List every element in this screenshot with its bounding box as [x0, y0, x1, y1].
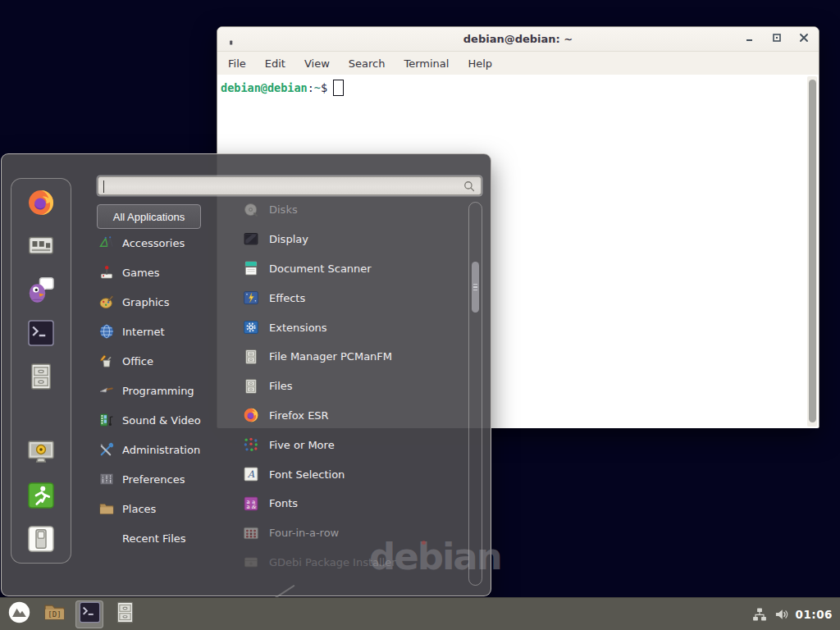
- category-recent-files[interactable]: Recent Files: [97, 523, 230, 553]
- favorite-file-cabinet[interactable]: [26, 363, 56, 392]
- app-extensions[interactable]: Extensions: [228, 313, 464, 342]
- taskbar-file-cabinet-launcher[interactable]: [111, 600, 139, 628]
- search-box[interactable]: [98, 176, 482, 195]
- app-font-selection[interactable]: AFont Selection: [228, 459, 464, 489]
- category-administration[interactable]: Administration: [97, 435, 230, 464]
- app-four-in-a-row[interactable]: Four-in-a-row: [228, 518, 464, 548]
- clock[interactable]: 01:06: [796, 608, 833, 621]
- app-label: Font Selection: [269, 468, 345, 481]
- app-label: Effects: [269, 292, 305, 304]
- four-in-a-row-icon: [243, 525, 259, 541]
- app-effects[interactable]: Effects: [228, 283, 464, 313]
- terminal-menu-help[interactable]: Help: [463, 56, 496, 71]
- terminal-scrollbar-thumb[interactable]: [809, 80, 816, 422]
- window-controls: [743, 33, 819, 46]
- graphics-icon: [98, 294, 115, 310]
- favorite-pidgin[interactable]: [26, 276, 56, 305]
- close-button[interactable]: [797, 33, 810, 46]
- app-display[interactable]: Display: [228, 225, 464, 254]
- minimize-button[interactable]: [743, 33, 756, 46]
- taskbar-terminal-window-button[interactable]: [75, 600, 103, 628]
- shutdown-icon: [26, 524, 56, 556]
- shell-prompt: debian@debian:~$: [221, 80, 344, 96]
- desktop: debian@debian: ~ FileEditViewSearchTermi…: [0, 0, 840, 630]
- app-five-or-more[interactable]: Five or More: [228, 430, 464, 459]
- network-tray-icon[interactable]: [751, 606, 768, 623]
- category-label: Office: [122, 355, 153, 368]
- category-games[interactable]: Games: [97, 258, 230, 287]
- maximize-button[interactable]: [770, 33, 783, 46]
- app-gdebi-package-installer[interactable]: GDebi Package Installer: [228, 548, 464, 578]
- font-selection-icon: A: [243, 466, 259, 482]
- package-manager-icon: [26, 231, 56, 263]
- application-list-scrollbar[interactable]: [468, 202, 482, 586]
- svg-text:&: &: [251, 504, 257, 510]
- pidgin-icon: [26, 275, 56, 307]
- window-close-icon: [797, 31, 810, 48]
- gdebi-icon: [243, 554, 259, 570]
- svg-text:A: A: [247, 468, 255, 480]
- logout-button[interactable]: [26, 482, 56, 511]
- terminal-titlebar[interactable]: debian@debian: ~: [217, 27, 819, 52]
- terminal-menu-file[interactable]: File: [224, 56, 250, 71]
- taskbar-desktop-folder-launcher[interactable]: [D]: [40, 600, 68, 628]
- administration-icon: [98, 441, 115, 458]
- terminal-menu-terminal[interactable]: Terminal: [399, 56, 453, 71]
- favorite-package-manager[interactable]: [26, 232, 56, 262]
- category-places[interactable]: Places: [97, 494, 230, 523]
- app-files[interactable]: Files: [228, 372, 464, 401]
- lock-screen-button[interactable]: [26, 438, 56, 468]
- favorite-firefox[interactable]: [26, 189, 56, 218]
- category-label: Games: [122, 267, 159, 279]
- category-office[interactable]: Office: [97, 346, 230, 376]
- office-icon: [98, 353, 115, 369]
- app-file-manager-pcmanfm[interactable]: File Manager PCManFM: [228, 342, 464, 372]
- terminal-scrollbar[interactable]: [807, 76, 817, 427]
- programming-icon: [98, 382, 115, 399]
- terminal-icon: [26, 318, 56, 350]
- shutdown-button[interactable]: [26, 525, 56, 555]
- category-internet[interactable]: Internet: [97, 317, 230, 346]
- category-accessories[interactable]: Accessories: [97, 228, 230, 258]
- app-label: Five or More: [269, 439, 335, 451]
- search-icon: [462, 179, 477, 194]
- five-or-more-icon: [243, 436, 259, 453]
- category-label: Administration: [122, 444, 200, 456]
- category-list: AccessoriesGamesGraphicsInternetOfficePr…: [97, 228, 230, 553]
- app-fonts[interactable]: aaa&Fonts: [228, 489, 464, 518]
- extensions-icon: [243, 319, 259, 336]
- category-preferences[interactable]: Preferences: [97, 464, 230, 494]
- volume-tray-icon[interactable]: [774, 606, 790, 623]
- app-label: File Manager PCManFM: [269, 350, 392, 363]
- application-menu: debian All Applications AccessoriesGames…: [1, 153, 491, 596]
- favorite-terminal[interactable]: [26, 319, 56, 349]
- app-label: Extensions: [269, 322, 327, 334]
- app-document-scanner[interactable]: Document Scanner: [228, 254, 464, 284]
- file-cabinet-icon: [243, 378, 259, 395]
- category-sound-video[interactable]: Sound & Video: [97, 405, 230, 435]
- all-applications-button[interactable]: All Applications: [97, 204, 201, 229]
- app-firefox-esr[interactable]: Firefox ESR: [228, 401, 464, 431]
- category-programming[interactable]: Programming: [97, 376, 230, 405]
- application-list-scrollbar-thumb[interactable]: [472, 262, 479, 313]
- svg-text:[D]: [D]: [48, 610, 61, 619]
- category-label: Preferences: [122, 473, 185, 486]
- app-disks[interactable]: Disks: [228, 195, 464, 225]
- internet-icon: [98, 323, 115, 340]
- svg-text:a: a: [247, 504, 250, 510]
- terminal-menu-view[interactable]: View: [300, 56, 334, 71]
- taskbar-menu-logo-launcher[interactable]: [5, 600, 33, 628]
- taskbar: [D] 01:06: [0, 597, 840, 630]
- terminal-menu-search[interactable]: Search: [345, 56, 390, 71]
- search-input[interactable]: [98, 177, 462, 194]
- category-graphics[interactable]: Graphics: [97, 287, 230, 317]
- volume-icon: [774, 606, 790, 623]
- menu-logo-icon: [7, 600, 31, 628]
- terminal-menu-edit[interactable]: Edit: [261, 56, 290, 71]
- file-cabinet-icon: [26, 362, 56, 394]
- desktop-folder-icon: [D]: [43, 600, 66, 628]
- app-label: Four-in-a-row: [269, 527, 339, 539]
- category-label: Accessories: [122, 237, 185, 249]
- accessories-icon: [98, 235, 115, 251]
- lock-screen-icon: [26, 437, 56, 469]
